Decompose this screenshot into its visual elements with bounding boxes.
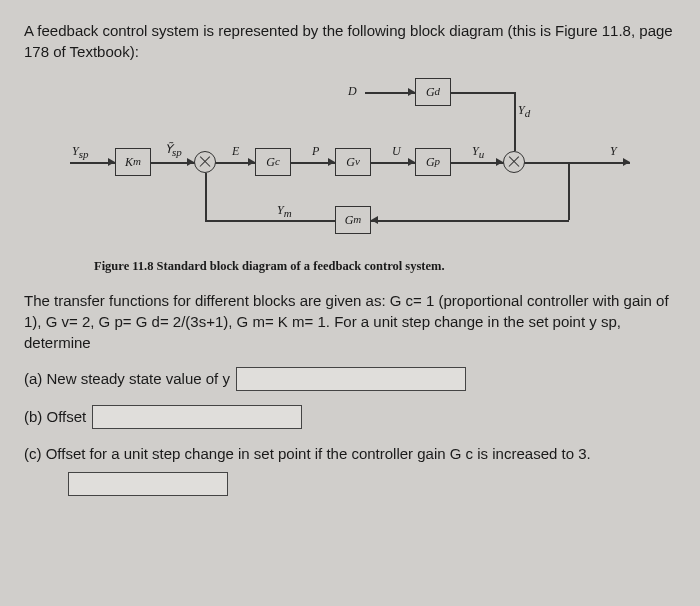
- question-c-label: (c) Offset for a unit step change in set…: [24, 443, 676, 464]
- block-km: Km: [115, 148, 151, 176]
- question-c: [24, 472, 676, 496]
- signal-ysp-tilde: Ỹsp: [165, 141, 182, 161]
- block-gd: Gd: [415, 78, 451, 106]
- question-a-label: (a) New steady state value of y: [24, 368, 230, 389]
- signal-ysp: Ysp: [72, 143, 88, 163]
- block-gv: Gv: [335, 148, 371, 176]
- question-b-label: (b) Offset: [24, 406, 86, 427]
- answer-a-input[interactable]: [236, 367, 466, 391]
- answer-b-input[interactable]: [92, 405, 302, 429]
- answer-c-input[interactable]: [68, 472, 228, 496]
- summing-junction-2: [503, 151, 525, 173]
- signal-y: Y: [610, 143, 617, 160]
- block-gp: Gp: [415, 148, 451, 176]
- signal-ym: Ym: [277, 202, 292, 222]
- figure-caption: Figure 11.8 Standard block diagram of a …: [24, 258, 676, 276]
- question-a: (a) New steady state value of y: [24, 367, 676, 391]
- summing-junction-1: [194, 151, 216, 173]
- signal-u: U: [392, 143, 401, 160]
- block-gc: Gc: [255, 148, 291, 176]
- signal-yu: Yu: [472, 143, 484, 163]
- block-gm: Gm: [335, 206, 371, 234]
- signal-yd: Yd: [518, 102, 530, 122]
- problem-prompt: A feedback control system is represented…: [24, 20, 676, 62]
- question-b: (b) Offset: [24, 405, 676, 429]
- problem-body: The transfer functions for different blo…: [24, 290, 676, 353]
- signal-p: P: [312, 143, 319, 160]
- signal-e: E: [232, 143, 239, 160]
- signal-d: D: [348, 83, 357, 100]
- block-diagram: Ysp Km Ỹsp E Gc P Gv U Gp Yu Y D Gd Yd G…: [70, 80, 630, 250]
